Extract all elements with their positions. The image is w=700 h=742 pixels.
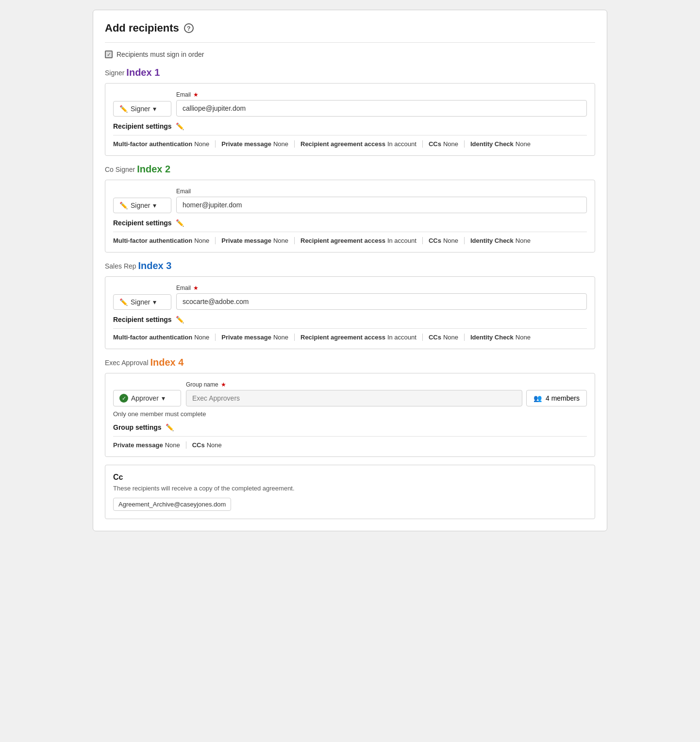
members-label: 4 members bbox=[546, 394, 580, 402]
cosigner-2-index-label: Index 2 bbox=[137, 164, 170, 175]
cosigner-2-input-row: ✏️ Signer ▾ Email bbox=[113, 188, 587, 213]
cosigner-2-edit-icon[interactable]: ✏️ bbox=[176, 219, 184, 227]
salesrep-3-settings-row: Recipient settings ✏️ bbox=[113, 316, 587, 323]
approver-check-icon: ✓ bbox=[119, 394, 128, 403]
cosigner-2-type-value: Signer bbox=[131, 202, 150, 209]
signer-1-meta-raa: Recipient agreement access In account bbox=[300, 140, 423, 148]
help-icon[interactable]: ? bbox=[184, 23, 194, 33]
sign-order-checkbox[interactable] bbox=[105, 51, 113, 58]
required-star-4: ★ bbox=[221, 381, 226, 388]
salesrep-3-role-prefix: Sales Rep bbox=[105, 262, 138, 270]
salesrep-3-meta-mfa: Multi-factor authentication None bbox=[113, 334, 216, 341]
cosigner-2-type-label bbox=[113, 189, 171, 196]
cosigner-2-meta-row: Multi-factor authentication None Private… bbox=[113, 232, 587, 244]
signer-1-email-label: Email ★ bbox=[176, 91, 587, 98]
signer-1-block: ✏️ Signer ▾ Email ★ Recipient settings ✏… bbox=[105, 83, 595, 156]
signer-1-type-label bbox=[113, 92, 171, 99]
approver-type-dropdown[interactable]: ✓ Approver ▾ bbox=[113, 390, 181, 406]
signer-1-index-label: Index 1 bbox=[126, 67, 160, 78]
salesrep-3-edit-icon[interactable]: ✏️ bbox=[176, 316, 184, 323]
group-name-section: ✓ Approver ▾ Group name ★ 👥 4 members bbox=[113, 381, 587, 406]
cosigner-2-settings-label: Recipient settings bbox=[113, 219, 172, 227]
pen-icon-1: ✏️ bbox=[119, 105, 128, 113]
group-name-label: Group name ★ bbox=[186, 381, 587, 388]
only-one-label: Only one member must complete bbox=[113, 410, 587, 418]
cosigner-2-role-prefix: Co Signer bbox=[105, 166, 137, 173]
cc-email-tag[interactable]: Agreement_Archive@caseyjones.dom bbox=[113, 498, 231, 511]
salesrep-3-email-label: Email ★ bbox=[176, 285, 587, 291]
cosigner-2-email-input[interactable] bbox=[176, 197, 587, 213]
execapproval-4-role-prefix: Exec Approval bbox=[105, 359, 150, 367]
page-title: Add recipients bbox=[105, 22, 179, 34]
group-meta-pm: Private message None bbox=[113, 441, 186, 449]
cc-email-value: Agreement_Archive@caseyjones.dom bbox=[118, 501, 226, 508]
signer-index-1-section: Signer Index 1 ✏️ Signer ▾ Email ★ bbox=[105, 67, 595, 156]
salesrep-3-meta-ccs: CCs None bbox=[429, 334, 465, 341]
salesrep-3-settings-label: Recipient settings bbox=[113, 316, 172, 323]
signer-1-settings-label: Recipient settings bbox=[113, 122, 172, 130]
required-star-1: ★ bbox=[193, 91, 199, 98]
pen-icon-3: ✏️ bbox=[119, 298, 128, 306]
members-button[interactable]: 👥 4 members bbox=[526, 390, 587, 406]
cosigner-2-type-dropdown[interactable]: ✏️ Signer ▾ bbox=[113, 198, 171, 213]
cosigner-2-email-label: Email bbox=[176, 188, 587, 195]
group-settings-edit-icon[interactable]: ✏️ bbox=[166, 423, 174, 431]
signer-1-type-dropdown[interactable]: ✏️ Signer ▾ bbox=[113, 101, 171, 117]
salesrep-3-meta-pm: Private message None bbox=[221, 334, 295, 341]
salesrep-3-meta-row: Multi-factor authentication None Private… bbox=[113, 328, 587, 341]
chevron-icon-2: ▾ bbox=[153, 202, 156, 209]
salesrep-3-meta-ic: Identity Check None bbox=[470, 334, 536, 341]
group-meta-row: Private message None CCs None bbox=[113, 436, 587, 449]
signer-1-input-row: ✏️ Signer ▾ Email ★ bbox=[113, 91, 587, 117]
cosigner-2-title-row: Co Signer Index 2 bbox=[105, 164, 595, 175]
salesrep-3-index-label: Index 3 bbox=[138, 260, 171, 271]
execapproval-4-index-label: Index 4 bbox=[150, 357, 183, 368]
signer-1-meta-pm: Private message None bbox=[221, 140, 295, 148]
signer-1-title-row: Signer Index 1 bbox=[105, 67, 595, 78]
cc-title: Cc bbox=[113, 473, 587, 482]
salesrep-index-3-section: Sales Rep Index 3 ✏️ Signer ▾ Email ★ bbox=[105, 260, 595, 349]
cosigner-2-meta-raa: Recipient agreement access In account bbox=[300, 237, 423, 244]
pen-icon-2: ✏️ bbox=[119, 202, 128, 209]
approver-type-value: Approver bbox=[131, 394, 159, 402]
sign-order-row: Recipients must sign in order bbox=[105, 51, 595, 58]
cosigner-2-settings-row: Recipient settings ✏️ bbox=[113, 219, 587, 227]
group-name-input[interactable] bbox=[186, 390, 522, 406]
group-settings-label: Group settings bbox=[113, 423, 162, 431]
cosigner-2-meta-ccs: CCs None bbox=[429, 237, 465, 244]
add-recipients-container: Add recipients ? Recipients must sign in… bbox=[93, 10, 607, 531]
approver-type-label bbox=[113, 381, 181, 388]
signer-1-settings-row: Recipient settings ✏️ bbox=[113, 122, 587, 130]
signer-1-meta-mfa: Multi-factor authentication None bbox=[113, 140, 216, 148]
cosigner-2-block: ✏️ Signer ▾ Email Recipient settings ✏️ … bbox=[105, 180, 595, 253]
page-header: Add recipients ? bbox=[105, 22, 595, 43]
sign-order-label: Recipients must sign in order bbox=[117, 51, 204, 58]
group-settings-row: Group settings ✏️ bbox=[113, 423, 587, 431]
salesrep-3-type-dropdown[interactable]: ✏️ Signer ▾ bbox=[113, 294, 171, 310]
people-icon: 👥 bbox=[533, 394, 542, 402]
salesrep-3-meta-raa: Recipient agreement access In account bbox=[300, 334, 423, 341]
signer-1-role-prefix: Signer bbox=[105, 69, 126, 77]
signer-1-type-value: Signer bbox=[131, 105, 150, 113]
signer-1-edit-icon[interactable]: ✏️ bbox=[176, 122, 184, 130]
signer-1-meta-ic: Identity Check None bbox=[470, 140, 536, 148]
execapproval-index-4-section: Exec Approval Index 4 ✓ Approver ▾ Group… bbox=[105, 357, 595, 457]
group-meta-ccs: CCs None bbox=[192, 441, 228, 449]
signer-1-email-input[interactable] bbox=[176, 100, 587, 117]
required-star-3: ★ bbox=[193, 285, 199, 291]
signer-1-meta-ccs: CCs None bbox=[429, 140, 465, 148]
chevron-icon-1: ▾ bbox=[153, 105, 156, 113]
cc-section: Cc These recipients will receive a copy … bbox=[105, 465, 595, 519]
approver-chevron-icon: ▾ bbox=[162, 394, 165, 402]
salesrep-3-title-row: Sales Rep Index 3 bbox=[105, 260, 595, 271]
cc-subtitle: These recipients will receive a copy of … bbox=[113, 485, 587, 492]
salesrep-3-type-value: Signer bbox=[131, 298, 150, 306]
salesrep-3-email-input[interactable] bbox=[176, 293, 587, 310]
chevron-icon-3: ▾ bbox=[153, 298, 156, 306]
execapproval-4-title-row: Exec Approval Index 4 bbox=[105, 357, 595, 368]
salesrep-3-input-row: ✏️ Signer ▾ Email ★ bbox=[113, 285, 587, 310]
salesrep-3-type-label bbox=[113, 286, 171, 292]
cosigner-2-meta-pm: Private message None bbox=[221, 237, 295, 244]
signer-1-meta-row: Multi-factor authentication None Private… bbox=[113, 135, 587, 148]
cosigner-2-meta-mfa: Multi-factor authentication None bbox=[113, 237, 216, 244]
